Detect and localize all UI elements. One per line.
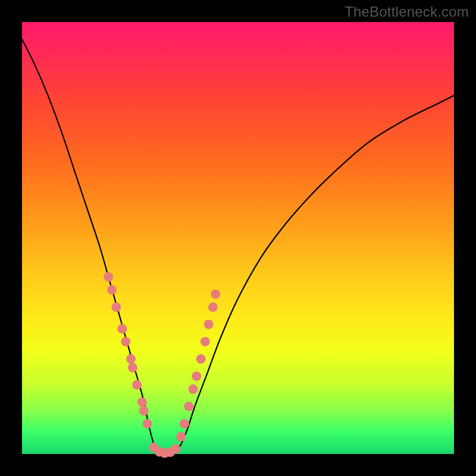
data-dot	[111, 302, 121, 312]
data-dot	[208, 302, 218, 312]
data-dot	[139, 406, 149, 415]
data-dot	[201, 337, 210, 346]
data-dot	[143, 419, 152, 428]
data-dot	[126, 354, 136, 364]
data-dot	[132, 380, 142, 390]
data-dot	[211, 289, 220, 299]
data-dot	[184, 402, 193, 411]
data-dot	[128, 363, 137, 372]
data-dot	[137, 397, 147, 407]
data-dot	[196, 354, 206, 364]
data-dot	[192, 371, 201, 381]
plot-area	[22, 22, 454, 454]
data-dot	[117, 324, 127, 334]
data-dot	[104, 272, 113, 281]
data-dot	[121, 337, 130, 346]
outer-frame: TheBottleneck.com	[0, 0, 476, 476]
data-dot	[107, 285, 117, 295]
data-dot	[171, 444, 181, 453]
data-dot	[189, 384, 198, 394]
data-dot	[180, 419, 189, 428]
data-dot	[204, 320, 214, 329]
watermark-text: TheBottleneck.com	[345, 4, 469, 20]
curve-layer	[22, 22, 454, 454]
dot-group	[104, 272, 220, 458]
bottleneck-curve	[22, 39, 454, 454]
data-dot	[176, 432, 186, 441]
